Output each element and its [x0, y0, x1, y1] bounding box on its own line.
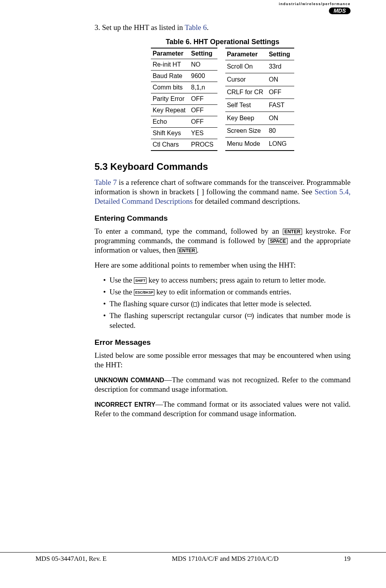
table-row: Ctl CharsPROCS [151, 139, 217, 151]
col-parameter: Parameter [225, 48, 267, 60]
rect-cursor-icon [247, 314, 252, 316]
error-incorrect-entry: INCORRECT ENTRY—The command format or it… [95, 400, 351, 419]
error-unknown-command: UNKNOWN COMMAND—The command was not reco… [95, 375, 351, 394]
table-row: Baud Rate9600 [151, 70, 217, 82]
table6-right: Parameter Setting Scroll On33rd CursorON… [225, 48, 294, 151]
table-row: Screen Size80 [225, 125, 294, 138]
col-setting: Setting [267, 48, 294, 60]
col-setting: Setting [189, 48, 217, 59]
brand-mark: MDS [329, 7, 351, 14]
entering-commands-heading: Entering Commands [95, 214, 351, 223]
list-item: The flashing superscript rectangular cur… [103, 311, 351, 330]
enter-keycap: ENTER [178, 247, 197, 254]
table-row: Comm bits8,1,n [151, 82, 217, 93]
list-item: Use the ESC/BKSP key to edit information… [103, 287, 351, 297]
shift-keycap: SHIFT [134, 277, 147, 284]
error-label: UNKNOWN COMMAND [95, 377, 164, 383]
table-row: Self TestFAST [225, 99, 294, 112]
footer-left: MDS 05-3447A01, Rev. E [35, 555, 107, 563]
entering-commands-p1: To enter a command, type the command, fo… [95, 227, 351, 255]
step-3: 3. Set up the HHT as listed in Table 6. [95, 23, 351, 32]
enter-keycap: ENTER [283, 229, 302, 235]
list-item: Use the SHIFT key to access numbers; pre… [103, 275, 351, 285]
table-row: Menu ModeLONG [225, 138, 294, 151]
space-keycap: SPACE [268, 238, 287, 244]
col-parameter: Parameter [151, 48, 189, 59]
table-row: Re-init HTNO [151, 59, 217, 70]
table-row: Parity ErrorOFF [151, 93, 217, 104]
section-5-3-heading: 5.3 Keyboard Commands [95, 161, 351, 172]
footer-center: MDS 1710A/C/F and MDS 2710A/C/D [172, 555, 278, 563]
table-row: Scroll On33rd [225, 60, 294, 73]
error-messages-heading: Error Messages [95, 338, 351, 347]
page-footer: MDS 05-3447A01, Rev. E MDS 1710A/C/F and… [0, 552, 386, 563]
table6-caption: Table 6. HHT Operational Settings [95, 38, 351, 46]
footer-page-number: 19 [344, 555, 351, 563]
table6-left: Parameter Setting Re-init HTNO Baud Rate… [151, 48, 217, 151]
table-row: Key BeepON [225, 112, 294, 125]
entering-commands-p2: Here are some additional points to remem… [95, 261, 351, 270]
page: industrial/wireless/performance MDS 3. S… [0, 0, 386, 568]
brand-logo: industrial/wireless/performance MDS [279, 2, 351, 15]
step-3-suffix: . [207, 23, 209, 32]
table-row: Key RepeatOFF [151, 104, 217, 116]
brand-tagline: industrial/wireless/performance [279, 2, 351, 6]
table6-link[interactable]: Table 6 [185, 23, 207, 32]
table7-link[interactable]: Table 7 [95, 178, 117, 186]
table-row: Shift KeysYES [151, 127, 217, 139]
error-messages-intro: Listed below are some possible error mes… [95, 351, 351, 370]
content: 3. Set up the HHT as listed in Table 6. … [95, 23, 351, 419]
esc-bksp-keycap: ESC/BKSP [134, 289, 154, 296]
hht-tips-list: Use the SHIFT key to access numbers; pre… [95, 275, 351, 331]
list-item: The flashing square cursor () indicates … [103, 299, 351, 309]
table-row: EchoOFF [151, 116, 217, 127]
table-row: CRLF for CROFF [225, 86, 294, 99]
square-cursor-icon [193, 302, 197, 307]
section-5-3-intro: Table 7 is a reference chart of software… [95, 178, 351, 206]
step-3-text: 3. Set up the HHT as listed in [95, 23, 185, 32]
table-row: CursorON [225, 73, 294, 86]
error-label: INCORRECT ENTRY [95, 401, 156, 408]
table6: Parameter Setting Re-init HTNO Baud Rate… [95, 48, 351, 151]
